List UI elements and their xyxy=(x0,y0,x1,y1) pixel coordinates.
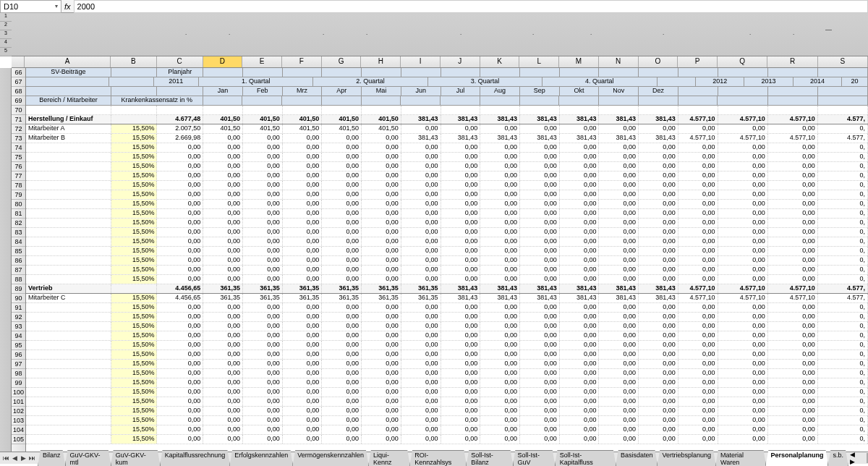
value-cell[interactable]: 0,00 xyxy=(203,313,243,321)
value-cell[interactable]: 4.577,10 xyxy=(768,134,818,143)
value-cell[interactable]: 4.577,10 xyxy=(678,134,718,143)
section-total[interactable]: 4.677,48 xyxy=(157,115,203,124)
col-header-P[interactable]: P xyxy=(678,56,718,67)
col-header-K[interactable]: K xyxy=(480,56,520,67)
tab-nav-prev[interactable]: ◀ xyxy=(10,454,19,462)
value-cell[interactable]: 0,00 xyxy=(639,124,678,133)
value-cell[interactable]: 0,00 xyxy=(599,153,639,161)
insurance-rate[interactable]: 15,50% xyxy=(111,416,158,425)
employee-name[interactable] xyxy=(26,360,111,368)
value-cell[interactable]: 0,00 xyxy=(480,397,520,406)
section-total[interactable]: 381,43 xyxy=(520,284,560,293)
section-total[interactable]: 4.577,10 xyxy=(768,284,818,293)
value-cell[interactable]: 361,35 xyxy=(203,294,243,302)
employee-name[interactable] xyxy=(26,190,111,199)
value-cell[interactable]: 0, xyxy=(818,181,868,190)
value-cell[interactable]: 0,00 xyxy=(203,153,243,161)
value-cell[interactable]: 0,00 xyxy=(203,228,243,237)
outline-dot[interactable]: · xyxy=(532,31,534,38)
value-cell[interactable]: 0,00 xyxy=(362,388,401,397)
value-cell[interactable]: 0,00 xyxy=(520,303,560,312)
value-cell[interactable]: 0,00 xyxy=(203,247,243,255)
sheet-tab[interactable]: Soll-Ist-Bilanz xyxy=(466,450,513,467)
value-cell[interactable]: 0,00 xyxy=(639,190,678,199)
section-total[interactable]: 401,50 xyxy=(203,115,243,124)
value-cell[interactable]: 0,00 xyxy=(243,275,283,284)
section-total[interactable]: 401,50 xyxy=(283,115,323,124)
value-cell[interactable]: 0,00 xyxy=(480,303,520,312)
insurance-rate[interactable]: 15,50% xyxy=(111,266,158,274)
section-total[interactable]: 401,50 xyxy=(362,115,401,124)
employee-name[interactable] xyxy=(26,247,111,255)
value-cell[interactable]: 0,00 xyxy=(243,360,283,368)
value-cell[interactable]: 0,00 xyxy=(322,341,362,350)
value-cell[interactable]: 0,00 xyxy=(243,143,283,152)
value-cell[interactable]: 0,00 xyxy=(639,378,678,387)
row-number[interactable]: 74 xyxy=(12,143,25,153)
value-cell[interactable]: 0,00 xyxy=(283,388,323,397)
col-header-J[interactable]: J xyxy=(441,56,480,67)
insurance-rate[interactable]: 15,50% xyxy=(111,388,158,397)
section-total[interactable]: 381,43 xyxy=(560,115,600,124)
value-cell[interactable]: 0,00 xyxy=(718,200,768,208)
value-cell[interactable]: 0,00 xyxy=(678,190,718,199)
header-2012[interactable]: 2012 xyxy=(696,77,744,86)
section-total[interactable]: 4.577,10 xyxy=(678,115,718,124)
row-number[interactable]: 87 xyxy=(12,266,25,275)
column-outline-area[interactable]: 1 2 3 4 5 · · · · · · · · · · — xyxy=(0,13,868,56)
sheet-tab[interactable]: Erfolgskennzahlen xyxy=(229,450,293,467)
value-cell[interactable]: 0,00 xyxy=(718,181,768,190)
insurance-rate[interactable]: 15,50% xyxy=(111,153,158,161)
cell[interactable] xyxy=(111,284,158,293)
value-cell[interactable]: 0,00 xyxy=(639,388,678,397)
value-cell[interactable]: 0,00 xyxy=(678,228,718,237)
section-total[interactable]: 401,50 xyxy=(243,115,283,124)
value-cell[interactable]: 0,00 xyxy=(560,322,600,331)
value-cell[interactable]: 0,00 xyxy=(599,331,639,340)
value-cell[interactable]: 4.577, xyxy=(818,294,868,302)
employee-name[interactable] xyxy=(26,369,111,378)
value-cell[interactable]: 0,00 xyxy=(322,303,362,312)
section-total[interactable]: 381,43 xyxy=(639,115,678,124)
value-cell[interactable]: 0,00 xyxy=(560,425,600,434)
value-cell[interactable]: 4.577,10 xyxy=(768,294,818,302)
col-header-L[interactable]: L xyxy=(519,56,559,67)
value-cell[interactable]: 0,00 xyxy=(639,171,678,180)
header-2013[interactable]: 2013 xyxy=(744,77,793,86)
value-cell[interactable]: 0,00 xyxy=(678,209,718,218)
value-cell[interactable]: 0,00 xyxy=(283,407,323,415)
value-cell[interactable]: 0,00 xyxy=(283,360,323,368)
value-cell[interactable]: 0,00 xyxy=(599,181,639,190)
header-month[interactable]: Feb xyxy=(243,87,283,96)
value-cell[interactable]: 0,00 xyxy=(520,181,560,190)
value-cell[interactable]: 0,00 xyxy=(718,360,768,368)
value-cell[interactable]: 0,00 xyxy=(243,171,283,180)
outline-level-1[interactable]: 1 xyxy=(0,13,12,22)
sheet-tab[interactable]: Bilanz xyxy=(38,450,66,467)
value-cell[interactable]: 0,00 xyxy=(362,322,401,331)
row-number[interactable]: 93 xyxy=(12,322,25,331)
value-cell[interactable]: 0,00 xyxy=(243,378,283,387)
value-cell[interactable]: 0,00 xyxy=(441,416,481,425)
value-cell[interactable]: 0,00 xyxy=(243,425,283,434)
value-cell[interactable]: 0,00 xyxy=(322,350,362,359)
employee-name[interactable] xyxy=(26,171,111,180)
value-cell[interactable]: 0,00 xyxy=(441,228,481,237)
sheet-tab[interactable]: GuV-GKV-mtl xyxy=(65,450,111,467)
cell[interactable] xyxy=(559,96,599,105)
row-number[interactable]: 88 xyxy=(12,275,25,284)
value-cell[interactable]: 0,00 xyxy=(768,350,818,359)
employee-name[interactable] xyxy=(26,256,111,265)
cell[interactable] xyxy=(401,68,441,77)
value-cell[interactable]: 0,00 xyxy=(718,350,768,359)
value-cell[interactable]: 0, xyxy=(818,369,868,378)
value-cell[interactable]: 0,00 xyxy=(599,266,639,274)
section-total[interactable]: 381,43 xyxy=(639,284,678,293)
value-cell[interactable]: 0,00 xyxy=(243,341,283,350)
col-header-D[interactable]: D xyxy=(203,56,243,67)
value-cell[interactable]: 0,00 xyxy=(480,190,520,199)
value-cell[interactable]: 0,00 xyxy=(401,209,441,218)
value-cell[interactable]: 0,00 xyxy=(441,247,481,255)
cell[interactable] xyxy=(111,87,158,96)
value-cell[interactable]: 0,00 xyxy=(560,416,600,425)
